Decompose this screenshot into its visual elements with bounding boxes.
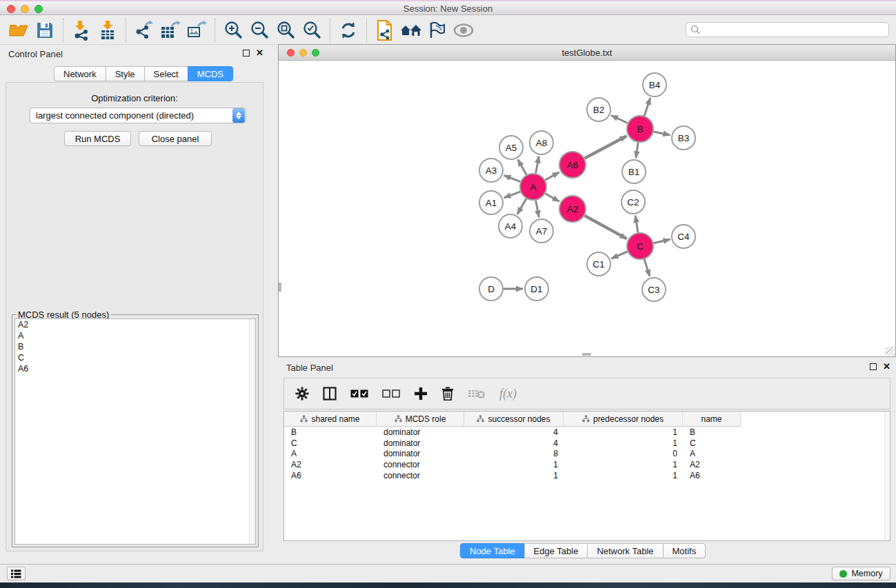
node-A[interactable]: A	[520, 174, 546, 200]
edge-C-C3[interactable]	[644, 259, 650, 276]
tab-motifs[interactable]: Motifs	[663, 543, 706, 558]
edge-A-A1[interactable]	[504, 192, 521, 198]
edge-A2-C[interactable]	[585, 216, 627, 239]
export-table-button[interactable]	[157, 19, 183, 42]
edge-A-A4[interactable]	[517, 199, 526, 214]
node-C4[interactable]: C4	[672, 225, 695, 248]
tab-select[interactable]: Select	[144, 66, 188, 81]
show-columns-button[interactable]	[323, 387, 337, 401]
table-scrollbar[interactable]	[884, 412, 890, 540]
edge-A6-B[interactable]	[585, 136, 627, 158]
edge-C-C4[interactable]	[654, 239, 670, 243]
edge-A-A2[interactable]	[545, 194, 559, 201]
tab-style[interactable]: Style	[106, 66, 145, 81]
import-network-button[interactable]	[68, 19, 94, 42]
node-B4[interactable]: B4	[643, 73, 666, 97]
level-of-detail-button[interactable]	[450, 19, 477, 42]
node-D1[interactable]: D1	[525, 277, 548, 301]
edge-A-A3[interactable]	[504, 175, 521, 181]
float-table-panel-icon[interactable]	[870, 363, 877, 370]
table-row-a[interactable]: Adominator80A	[284, 448, 890, 459]
edge-B-B4[interactable]	[644, 98, 650, 116]
node-B1[interactable]: B1	[622, 160, 646, 183]
node-C2[interactable]: C2	[621, 190, 645, 214]
criterion-dropdown[interactable]: largest connected component (directed)	[30, 108, 246, 123]
result-item-a6[interactable]: A6	[15, 363, 255, 374]
v-scroll-thumb[interactable]	[279, 283, 281, 292]
save-session-button[interactable]	[32, 19, 58, 42]
zoom-in-button[interactable]	[220, 19, 246, 42]
node-A4[interactable]: A4	[499, 214, 522, 238]
edge-A-A5[interactable]	[518, 159, 526, 174]
edge-A-A8[interactable]	[536, 156, 539, 174]
open-session-button[interactable]	[6, 19, 32, 42]
edge-A-A6[interactable]	[545, 172, 559, 180]
close-panel-button[interactable]: Close panel	[139, 131, 212, 146]
edge-A-A7[interactable]	[536, 201, 539, 218]
function-builder-button[interactable]: f(x)	[499, 387, 517, 401]
node-C3[interactable]: C3	[642, 278, 666, 301]
delete-row-button[interactable]	[441, 387, 454, 401]
table-row-c[interactable]: Cdominator41C	[284, 438, 890, 449]
node-B2[interactable]: B2	[587, 98, 610, 121]
tab-edge-table[interactable]: Edge Table	[524, 543, 588, 558]
column-header-predecessor-nodes[interactable]: predecessor nodes	[564, 412, 683, 427]
console-tasks-button[interactable]	[7, 567, 26, 580]
edge-C-C2[interactable]	[635, 216, 638, 232]
tab-node-table[interactable]: Node Table	[460, 543, 525, 558]
node-B3[interactable]: B3	[672, 126, 695, 150]
run-mcds-button[interactable]: Run MCDS	[64, 131, 131, 146]
network-graph[interactable]: B4B2BB3A8A5A6A3B1AC2A1A2A4A7C4CC1DD1C3	[279, 61, 895, 356]
select-all-rows-button[interactable]	[350, 389, 368, 398]
node-A7[interactable]: A7	[530, 219, 553, 243]
node-C[interactable]: C	[627, 233, 653, 259]
table-row-a6[interactable]: A6connector11A6	[284, 470, 890, 481]
close-table-panel-icon[interactable]: ✕	[883, 363, 890, 370]
node-A3[interactable]: A3	[479, 159, 503, 182]
memory-button[interactable]: Memory	[832, 567, 890, 580]
node-D[interactable]: D	[479, 277, 503, 301]
column-header-mcds-role[interactable]: MCDS role	[377, 412, 464, 427]
add-row-button[interactable]	[414, 387, 428, 401]
column-header-shared-name[interactable]: shared name	[284, 412, 377, 427]
node-table[interactable]: shared nameMCDS rolesuccessor nodesprede…	[283, 411, 890, 541]
zoom-fit-button[interactable]	[272, 19, 299, 42]
toolbar-search[interactable]	[686, 22, 889, 37]
refresh-button[interactable]	[335, 19, 361, 42]
table-settings-button[interactable]	[295, 387, 309, 401]
network-from-file-button[interactable]	[372, 19, 398, 42]
export-network-button[interactable]	[131, 19, 157, 42]
edge-B-B3[interactable]	[654, 132, 670, 135]
import-table-button[interactable]	[94, 19, 121, 42]
edge-B-B1[interactable]	[636, 143, 638, 158]
graphics-details-button[interactable]	[424, 19, 450, 42]
tab-network-table[interactable]: Network Table	[587, 543, 663, 558]
export-image-button[interactable]	[183, 19, 210, 42]
tab-mcds[interactable]: MCDS	[188, 66, 233, 81]
node-A5[interactable]: A5	[499, 136, 523, 159]
node-A8[interactable]: A8	[530, 131, 553, 154]
birds-eye-view-button[interactable]	[398, 19, 424, 42]
column-header-name[interactable]: name	[683, 412, 741, 427]
close-panel-icon[interactable]: ✕	[256, 50, 263, 57]
resize-grip[interactable]	[886, 347, 895, 356]
result-item-b[interactable]: B	[15, 341, 255, 352]
node-C1[interactable]: C1	[587, 252, 610, 276]
float-panel-icon[interactable]	[243, 50, 250, 57]
node-B[interactable]: B	[627, 116, 653, 142]
h-scroll-thumb[interactable]	[582, 353, 591, 356]
result-item-a[interactable]: A	[15, 330, 255, 341]
zoom-out-button[interactable]	[246, 19, 272, 42]
table-row-a2[interactable]: A2connector11A2	[284, 459, 890, 470]
edge-C-C1[interactable]	[611, 252, 627, 258]
result-scrollbar[interactable]	[249, 319, 255, 544]
network-canvas[interactable]: B4B2BB3A8A5A6A3B1AC2A1A2A4A7C4CC1DD1C3	[279, 61, 895, 356]
table-row-b[interactable]: Bdominator41B	[284, 427, 890, 438]
tab-network[interactable]: Network	[54, 66, 106, 81]
node-A2[interactable]: A2	[559, 196, 586, 222]
deselect-all-rows-button[interactable]	[382, 389, 400, 398]
column-header-successor-nodes[interactable]: successor nodes	[464, 412, 564, 427]
search-input[interactable]	[700, 25, 884, 34]
result-item-a2[interactable]: A2	[15, 319, 255, 330]
zoom-selected-button[interactable]	[299, 19, 325, 42]
